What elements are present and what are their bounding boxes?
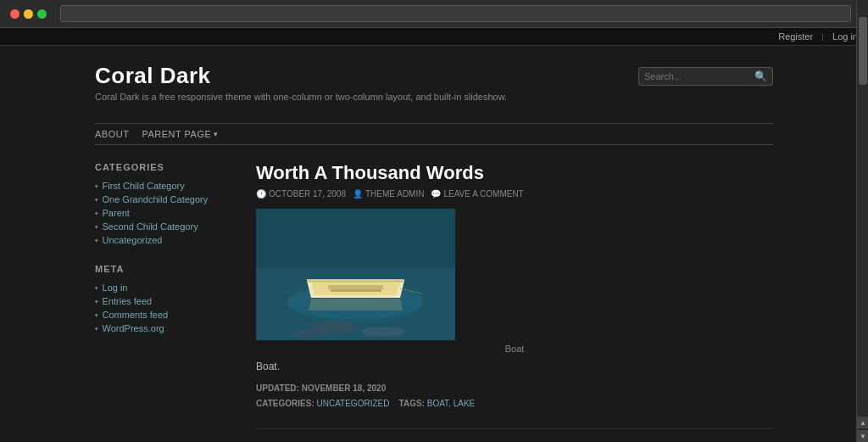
article-tags-link[interactable]: BOAT, LAKE — [427, 399, 476, 408]
window-controls — [10, 9, 47, 19]
sidebar: CATEGORIES First Child Category One Gran… — [95, 162, 231, 442]
list-item: One Grandchild Category — [95, 193, 231, 206]
svg-rect-7 — [328, 285, 383, 289]
meta-list: Log in Entries feed Comments feed WordPr… — [95, 281, 231, 335]
updated-date: November 18, 2020 — [302, 383, 387, 393]
list-item: Comments feed — [95, 308, 231, 322]
article-category-link[interactable]: UNCATEGORIZED — [317, 399, 390, 408]
meta-link-entries[interactable]: Entries feed — [103, 296, 153, 306]
browser-chrome — [0, 0, 868, 28]
article-worth-thousand-words: Worth A Thousand Words 🕐 OCTOBER 17, 200… — [256, 162, 773, 429]
list-item: Parent — [95, 206, 231, 220]
article-comment-1: 💬 LEAVE A COMMENT — [431, 189, 523, 199]
top-bar: Register | Log in — [0, 28, 868, 46]
categories-list: First Child Category One Grandchild Cate… — [95, 179, 231, 247]
tags-label: TAGS: — [399, 399, 425, 408]
article-body-1: Boat. — [256, 361, 773, 372]
list-item: Second Child Category — [95, 220, 231, 233]
article-title-1: Worth A Thousand Words — [256, 162, 773, 184]
list-item: WordPress.org — [95, 322, 231, 335]
image-caption-1: Boat — [256, 344, 773, 354]
nav-label-parent-page: PARENT PAGE — [142, 129, 211, 139]
nav-item-parent-page[interactable]: PARENT PAGE ▾ — [142, 129, 218, 139]
article-meta-1: 🕐 OCTOBER 17, 2008 👤 THEME ADMIN 💬 LEAVE… — [256, 189, 773, 199]
categories-section: CATEGORIES First Child Category One Gran… — [95, 162, 231, 247]
site-branding: Coral Dark Coral Dark is a free responsi… — [95, 63, 507, 102]
dropdown-arrow-icon: ▾ — [214, 130, 219, 138]
list-item: First Child Category — [95, 179, 231, 193]
main-content: Worth A Thousand Words 🕐 OCTOBER 17, 200… — [256, 162, 773, 442]
address-bar[interactable] — [60, 5, 851, 22]
site-wrapper: Coral Dark Coral Dark is a free responsi… — [86, 46, 782, 442]
meta-section: META Log in Entries feed Comments feed W… — [95, 264, 231, 335]
maximize-button-dot[interactable] — [37, 9, 47, 19]
content-wrapper: CATEGORIES First Child Category One Gran… — [95, 162, 773, 442]
categories-heading: CATEGORIES — [95, 162, 231, 172]
site-nav: ABOUT PARENT PAGE ▾ — [95, 123, 773, 145]
register-link[interactable]: Register — [778, 31, 813, 42]
category-link-uncategorized[interactable]: Uncategorized — [103, 235, 163, 245]
category-link-parent[interactable]: Parent — [103, 208, 130, 218]
article-image-boat — [256, 209, 455, 340]
scrollbar[interactable]: ▲ ▼ — [856, 0, 868, 442]
meta-link-login[interactable]: Log in — [103, 283, 128, 293]
list-item: Uncategorized — [95, 233, 231, 247]
meta-link-wordpress[interactable]: WordPress.org — [103, 323, 164, 333]
comment-icon: 💬 — [431, 189, 441, 199]
leave-comment-link-1[interactable]: LEAVE A COMMENT — [443, 189, 523, 199]
clock-icon: 🕐 — [256, 189, 266, 199]
meta-heading: META — [95, 264, 231, 274]
meta-link-comments[interactable]: Comments feed — [103, 310, 169, 320]
list-item: Entries feed — [95, 294, 231, 308]
minimize-button-dot[interactable] — [24, 9, 33, 19]
article-footer-1: UPDATED: November 18, 2020 CATEGORIES: U… — [256, 381, 773, 411]
category-link-grandchild[interactable]: One Grandchild Category — [103, 194, 209, 204]
category-link-first-child[interactable]: First Child Category — [103, 181, 185, 191]
svg-point-5 — [362, 327, 404, 337]
svg-point-6 — [290, 330, 324, 338]
search-input[interactable] — [644, 71, 754, 81]
categories-label: CATEGORIES: — [256, 399, 314, 408]
user-icon: 👤 — [353, 189, 363, 199]
article-image-wrap-1: Boat — [256, 209, 773, 354]
login-link[interactable]: Log in — [832, 31, 858, 42]
svg-rect-8 — [331, 289, 381, 292]
article-date-1: 🕐 OCTOBER 17, 2008 — [256, 189, 346, 199]
category-link-second-child[interactable]: Second Child Category — [103, 221, 198, 232]
updated-label: UPDATED: — [256, 383, 299, 393]
site-description: Coral Dark is a free responsive theme wi… — [95, 92, 507, 102]
list-item: Log in — [95, 281, 231, 294]
site-header: Coral Dark Coral Dark is a free responsi… — [95, 63, 773, 110]
search-button[interactable]: 🔍 — [754, 70, 767, 82]
search-box[interactable]: 🔍 — [638, 67, 773, 86]
nav-item-about[interactable]: ABOUT — [95, 129, 129, 139]
scroll-down-button[interactable]: ▼ — [857, 430, 868, 442]
scrollbar-thumb[interactable] — [859, 17, 867, 85]
scroll-up-button[interactable]: ▲ — [857, 417, 868, 428]
site-title: Coral Dark — [95, 63, 507, 89]
article-author-1: 👤 THEME ADMIN — [353, 189, 424, 199]
separator: | — [821, 31, 824, 42]
close-button-dot[interactable] — [10, 9, 19, 19]
